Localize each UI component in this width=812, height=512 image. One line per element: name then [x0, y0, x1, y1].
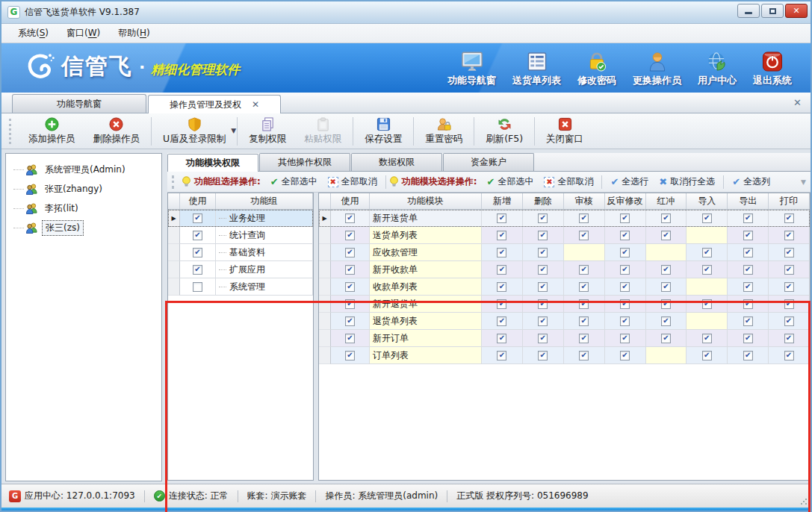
- group-row-3[interactable]: 扩展应用: [168, 261, 313, 278]
- checkbox[interactable]: [620, 299, 630, 309]
- checkbox[interactable]: [497, 334, 506, 343]
- checkbox[interactable]: [784, 299, 794, 309]
- checkbox[interactable]: [345, 213, 355, 223]
- tab-other-permissions[interactable]: 其他操作权限: [259, 153, 350, 171]
- tab-operator-management[interactable]: 操作员管理及授权 ✕: [148, 95, 281, 113]
- operator-item-1[interactable]: 张亚(zhangy): [6, 179, 161, 199]
- group-row-1[interactable]: 统计查询: [168, 227, 313, 244]
- checkbox[interactable]: [784, 265, 794, 275]
- checkbox[interactable]: [784, 334, 794, 343]
- checkbox[interactable]: [784, 248, 794, 257]
- checkbox[interactable]: [538, 299, 548, 309]
- checkbox[interactable]: [579, 231, 589, 240]
- checkbox[interactable]: [661, 316, 671, 326]
- close-window-button[interactable]: 关闭窗口: [537, 115, 592, 148]
- checkbox[interactable]: [538, 282, 548, 292]
- checkbox[interactable]: [743, 316, 753, 326]
- group-row-2[interactable]: 基础资料: [168, 244, 313, 261]
- checkbox[interactable]: [702, 248, 712, 257]
- checkbox[interactable]: [620, 248, 630, 257]
- tab-nav-window[interactable]: 功能导航窗: [12, 94, 146, 113]
- checkbox[interactable]: [743, 299, 753, 309]
- checkbox[interactable]: [579, 316, 589, 326]
- checkbox[interactable]: [743, 282, 753, 292]
- checkbox[interactable]: [497, 231, 506, 240]
- exit-system-button[interactable]: 退出系统: [745, 49, 800, 87]
- tab-fund-accounts[interactable]: 资金账户: [443, 153, 534, 171]
- tabstrip-close-icon[interactable]: ✕: [793, 97, 802, 108]
- group-row-4[interactable]: 系统管理: [168, 278, 313, 296]
- checkbox[interactable]: [345, 351, 355, 360]
- checkbox[interactable]: [743, 351, 753, 360]
- add-operator-button[interactable]: 添加操作员: [19, 115, 84, 148]
- switch-operator-button[interactable]: 更换操作员: [625, 49, 689, 87]
- checkbox[interactable]: [743, 231, 753, 240]
- group-row-0[interactable]: ▶业务处理: [168, 210, 313, 227]
- checkbox[interactable]: [497, 316, 506, 326]
- checkbox[interactable]: [538, 351, 548, 360]
- checkbox[interactable]: [497, 248, 506, 257]
- checkbox[interactable]: [620, 351, 630, 360]
- menu-item-0[interactable]: 系统(S): [9, 25, 58, 42]
- checkbox[interactable]: [620, 265, 630, 275]
- checkbox[interactable]: [661, 213, 671, 223]
- checkbox[interactable]: [579, 351, 589, 360]
- checkbox[interactable]: [743, 213, 753, 223]
- checkbox[interactable]: [702, 334, 712, 343]
- close-button[interactable]: ✕: [785, 4, 808, 18]
- checkbox[interactable]: [538, 248, 548, 257]
- checkbox[interactable]: [579, 265, 589, 275]
- restore-button[interactable]: [761, 4, 784, 18]
- deselect-row-link[interactable]: ✖取消行全选: [659, 175, 715, 188]
- checkbox[interactable]: [193, 231, 202, 240]
- checkbox[interactable]: [620, 316, 630, 326]
- overflow-caret-icon[interactable]: ▼: [801, 178, 806, 186]
- checkbox[interactable]: [538, 265, 548, 275]
- menu-item-1[interactable]: 窗口(W): [58, 25, 109, 42]
- copy-permissions-button[interactable]: 复制权限: [240, 115, 295, 148]
- module-row-5[interactable]: 新开退货单: [319, 296, 810, 313]
- checkbox[interactable]: [579, 282, 589, 292]
- checkbox[interactable]: [345, 248, 355, 257]
- menu-item-2[interactable]: 帮助(H): [109, 25, 158, 42]
- module-row-4[interactable]: 收款单列表: [319, 278, 810, 296]
- checkbox[interactable]: [538, 213, 548, 223]
- operator-item-0[interactable]: 系统管理员(Admin): [6, 160, 161, 179]
- checkbox[interactable]: [702, 299, 712, 309]
- tab-data-permissions[interactable]: 数据权限: [351, 153, 442, 171]
- checkbox[interactable]: [743, 265, 753, 275]
- checkbox[interactable]: [784, 351, 794, 360]
- checkbox[interactable]: [497, 213, 506, 223]
- checkbox[interactable]: [579, 334, 589, 343]
- dropdown-caret-icon[interactable]: ▼: [231, 127, 236, 134]
- module-row-3[interactable]: 新开收款单: [319, 261, 810, 278]
- user-center-button[interactable]: 用户中心: [689, 49, 745, 87]
- checkbox[interactable]: [702, 213, 712, 223]
- checkbox[interactable]: [743, 248, 753, 257]
- nav-window-button[interactable]: 功能导航窗: [439, 49, 504, 87]
- checkbox[interactable]: [345, 282, 355, 292]
- checkbox[interactable]: [497, 282, 506, 292]
- tab-close-icon[interactable]: ✕: [252, 99, 259, 110]
- operator-item-2[interactable]: 李拓(lit): [6, 199, 161, 218]
- refresh-button[interactable]: 刷新(F5): [477, 115, 532, 148]
- checkbox[interactable]: [661, 265, 671, 275]
- checkbox[interactable]: [345, 265, 355, 275]
- group-deselect-all-link[interactable]: ✖全部取消: [328, 175, 377, 188]
- checkbox[interactable]: [345, 334, 355, 343]
- select-column-link[interactable]: ✔全选列: [732, 175, 770, 188]
- checkbox[interactable]: [579, 299, 589, 309]
- checkbox[interactable]: [661, 334, 671, 343]
- checkbox[interactable]: [784, 231, 794, 240]
- checkbox[interactable]: [497, 299, 506, 309]
- change-password-button[interactable]: 修改密码: [569, 49, 625, 87]
- delivery-list-button[interactable]: 送货单列表: [504, 49, 569, 87]
- checkbox[interactable]: [193, 265, 202, 275]
- resize-grip[interactable]: [800, 498, 808, 505]
- checkbox[interactable]: [193, 282, 202, 292]
- minimize-button[interactable]: [737, 4, 760, 18]
- module-row-6[interactable]: 退货单列表: [319, 313, 810, 330]
- module-row-2[interactable]: 应收款管理: [319, 244, 810, 261]
- group-select-all-link[interactable]: ✔全部选中: [270, 175, 317, 188]
- module-row-8[interactable]: 订单列表: [319, 347, 810, 364]
